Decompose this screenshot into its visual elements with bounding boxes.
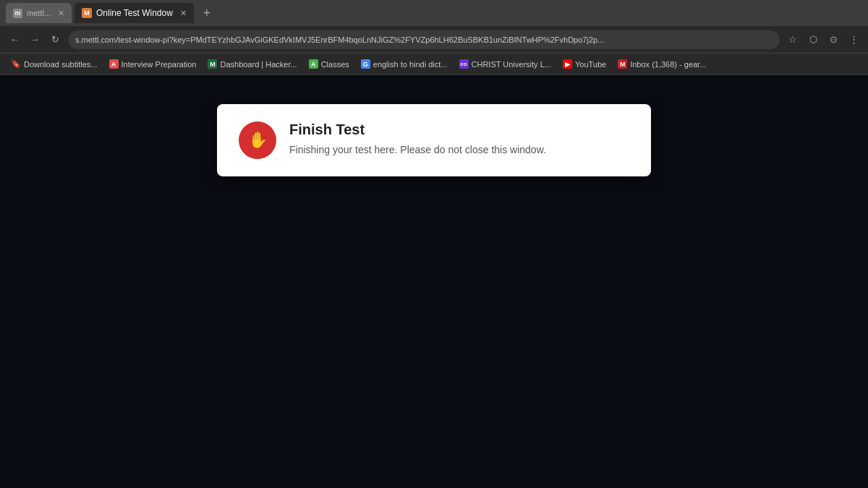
tab-active-close[interactable]: ✕ xyxy=(180,9,187,18)
dialog-body: Finish Test Finishing your test here. Pl… xyxy=(289,121,629,155)
bookmark-dashboard[interactable]: M Dashboard | Hacker... xyxy=(203,56,302,72)
stop-icon: ✋ xyxy=(239,121,276,159)
bookmark-youtube[interactable]: ▶ YouTube xyxy=(558,56,611,72)
tab-prev-icon: m xyxy=(13,9,22,18)
bookmark-label-ds: Download subtitles... xyxy=(24,60,98,69)
bookmark-english-hindi[interactable]: G english to hindi dict... xyxy=(356,56,453,72)
bookmark-icon-yt: ▶ xyxy=(563,59,572,69)
tab-active-icon: M xyxy=(82,8,92,18)
tab-previous[interactable]: m mettl... ✕ xyxy=(6,3,72,23)
forward-button[interactable]: → xyxy=(27,33,42,47)
tab-prev-label: mettl... xyxy=(27,9,51,17)
bookmark-icon-eh: G xyxy=(361,59,370,69)
bookmark-icon-db: M xyxy=(208,59,217,69)
bookmark-classes[interactable]: A Classes xyxy=(304,56,354,72)
title-bar: m mettl... ✕ M Online Test Window ✕ + xyxy=(0,0,868,26)
bookmarks-bar: 🔖 Download subtitles... A Interview Prep… xyxy=(0,53,868,75)
bookmark-icon-ds: 🔖 xyxy=(11,59,21,69)
bookmark-icon-cu: co xyxy=(459,59,469,69)
bookmark-label-eh: english to hindi dict... xyxy=(373,60,448,69)
bookmark-inbox[interactable]: M Inbox (1,368) - gear... xyxy=(613,56,711,72)
bookmark-icon-inbox: M xyxy=(618,59,627,69)
page-content: ✋ Finish Test Finishing your test here. … xyxy=(0,75,868,488)
extension-icon[interactable]: ⬡ xyxy=(806,33,820,47)
tab-prev-close[interactable]: ✕ xyxy=(58,9,64,18)
bookmark-download-subtitles[interactable]: 🔖 Download subtitles... xyxy=(6,56,103,72)
url-input[interactable]: s.mettl.com/test-window-pi?key=PMdTEYzhb… xyxy=(68,30,780,49)
browser-frame: m mettl... ✕ M Online Test Window ✕ + ← … xyxy=(0,0,868,488)
dialog-title: Finish Test xyxy=(289,121,629,138)
menu-button[interactable]: ⋮ xyxy=(846,33,861,47)
address-bar: ← → ↻ s.mettl.com/test-window-pi?key=PMd… xyxy=(0,26,868,53)
profile-icon[interactable]: ⊙ xyxy=(826,33,841,47)
bookmark-label-cu: CHRIST University L... xyxy=(472,60,551,69)
bookmark-label-db: Dashboard | Hacker... xyxy=(220,60,297,69)
bookmark-star[interactable]: ☆ xyxy=(786,33,800,47)
bookmark-christ-university[interactable]: co CHRIST University L... xyxy=(454,56,556,72)
tab-online-test[interactable]: M Online Test Window ✕ xyxy=(75,3,194,23)
bookmark-label-cl: Classes xyxy=(321,60,349,69)
bookmark-label-yt: YouTube xyxy=(575,60,606,69)
tab-active-label: Online Test Window xyxy=(96,8,173,18)
bookmark-icon-cl: A xyxy=(309,59,318,69)
dialog-message: Finishing your test here. Please do not … xyxy=(289,144,629,155)
bookmark-icon-ip: A xyxy=(109,59,119,69)
add-tab-button[interactable]: + xyxy=(197,3,217,23)
finish-test-dialog: ✋ Finish Test Finishing your test here. … xyxy=(217,104,651,176)
bookmark-interview-prep[interactable]: A Interview Preparation xyxy=(104,56,202,72)
hand-stop-glyph: ✋ xyxy=(248,132,268,148)
url-text: s.mettl.com/test-window-pi?key=PMdTEYzhb… xyxy=(75,35,604,44)
bookmark-label-inbox: Inbox (1,368) - gear... xyxy=(630,60,706,69)
back-button[interactable]: ← xyxy=(7,33,22,47)
reload-button[interactable]: ↻ xyxy=(48,33,62,47)
bookmark-label-ip: Interview Preparation xyxy=(122,60,197,69)
